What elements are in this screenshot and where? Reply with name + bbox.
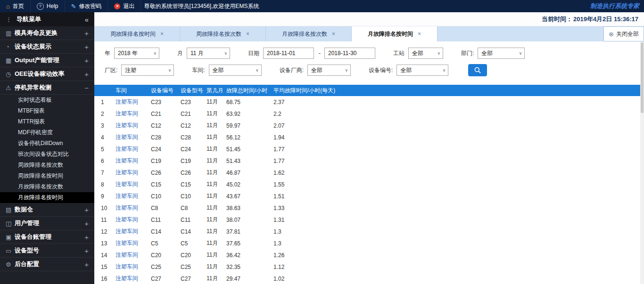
filter-plant-select[interactable]: 注塑∨ [121, 65, 174, 76]
sidebar-group[interactable]: ▣设备台账管理+ [0, 230, 94, 244]
cell-index: 9 [101, 193, 116, 200]
sidebar-item[interactable]: 周故障排名按时间 [0, 170, 94, 181]
filter-device-no-select[interactable]: 全部∨ [396, 65, 448, 76]
filter-station-select[interactable]: 全部∨ [408, 48, 443, 59]
cell-device-model: C27 [181, 276, 206, 282]
downtime-warning-icon: ⚠ [6, 84, 15, 91]
sidebar-group[interactable]: ◔设备状态展示+ [0, 40, 94, 54]
expand-icon[interactable]: + [84, 260, 89, 268]
cell-month: 11月 [206, 98, 226, 106]
filter-field-month: 月11 月∨ [177, 48, 230, 59]
cell-total-hours: 51.43 [226, 158, 273, 164]
table-header-cell: 车间 [116, 87, 151, 95]
sidebar-item[interactable]: MTBF报表 [0, 105, 94, 116]
table-header-cell: 设备编号 [151, 87, 181, 95]
tab-close-icon[interactable]: × [332, 31, 335, 37]
filter-field-department: 部门:全部∨ [461, 48, 525, 59]
expand-icon[interactable]: + [84, 219, 89, 227]
sidebar-group[interactable]: ⚠停机异常检测− [0, 81, 94, 95]
expand-icon[interactable]: + [84, 233, 89, 241]
filter-date-end-input[interactable]: 2018-11-30 [324, 48, 375, 59]
cell-device-no: C21 [151, 111, 181, 117]
topbar-home-button[interactable]: ⌂首页 [0, 0, 31, 12]
cell-device-no: C12 [151, 122, 181, 129]
filter-field-date-end: -2018-11-30 [319, 48, 375, 59]
output-capacity-icon: ▦ [6, 57, 15, 64]
cell-device-model: C12 [181, 122, 206, 129]
cell-total-hours: 37.81 [226, 228, 273, 235]
sidebar-item[interactable]: 月故障排名按次数 [0, 181, 94, 192]
sidebar-group[interactable]: ⚙后台配置+ [0, 258, 94, 271]
user-management-icon: ◫ [6, 220, 15, 227]
expand-icon[interactable]: + [84, 206, 89, 214]
cell-month: 11月 [206, 227, 226, 235]
sidebar-group[interactable]: ▦Output产能管理+ [0, 54, 94, 67]
cell-workshop: 注塑车间 [116, 122, 151, 130]
cell-device-model: C26 [181, 170, 206, 176]
tab-item[interactable]: 周故障排名按时间× [94, 26, 180, 41]
cell-month: 11月 [206, 275, 226, 283]
cell-workshop: 注塑车间 [116, 169, 151, 177]
sidebar-item[interactable]: 月故障排名按时间 [0, 192, 94, 203]
chevron-down-icon: ∨ [224, 51, 227, 56]
cell-device-model: C28 [181, 134, 206, 141]
tab-close-icon[interactable]: × [418, 31, 421, 37]
sidebar-group[interactable]: ▭设备型号+ [0, 244, 94, 258]
tab-item[interactable]: 周故障排名按次数× [180, 26, 266, 41]
tab-close-icon[interactable]: × [246, 31, 249, 37]
filter-vendor-select[interactable]: 全部∨ [307, 65, 351, 76]
sidebar-item[interactable]: MTTR报表 [0, 116, 94, 127]
collapse-icon[interactable]: − [84, 84, 89, 92]
close-all-button[interactable]: ⊗ 关闭全部 [603, 26, 644, 41]
expand-icon[interactable]: + [84, 247, 89, 255]
cell-device-no: C10 [151, 193, 181, 200]
sidebar-group-label: OEE设备稼动效率 [15, 70, 64, 78]
filter-year-select[interactable]: 2018 年∨ [114, 48, 159, 59]
cell-avg-hours: 1.77 [273, 158, 644, 164]
cell-index: 14 [101, 252, 116, 259]
sidebar-group[interactable]: ▤数据仓+ [0, 203, 94, 217]
sidebar-group-label: 后台配置 [15, 260, 39, 268]
cell-device-no: C26 [151, 170, 181, 176]
cell-device-model: C21 [181, 111, 206, 117]
cell-device-model: C10 [181, 193, 206, 200]
search-button[interactable] [468, 64, 487, 76]
scrollbar-thumb[interactable] [641, 42, 644, 113]
expand-icon[interactable]: + [84, 29, 89, 37]
tab-active[interactable]: 月故障排名按时间× [352, 26, 438, 41]
cell-avg-hours: 1.12 [273, 264, 644, 270]
cell-index: 10 [101, 205, 116, 211]
sidebar-group[interactable]: ◫用户管理+ [0, 217, 94, 230]
table-row: 12注塑车间C14C1411月37.811.3 [94, 226, 644, 237]
expand-icon[interactable]: + [84, 43, 89, 51]
sidebar-group-label: 数据仓 [15, 205, 33, 214]
cell-device-no: C8 [151, 205, 181, 211]
topbar-help-button[interactable]: ?Help [31, 0, 65, 12]
sidebar-item[interactable]: 设备停机DillDown [0, 138, 94, 149]
filter-date-start-input[interactable]: 2018-11-01 [263, 48, 314, 59]
sidebar-group[interactable]: ◷OEE设备稼动效率+ [0, 67, 94, 81]
tab-close-icon[interactable]: × [160, 31, 164, 37]
sidebar-collapse-icon[interactable]: « [85, 16, 89, 24]
cell-month: 11月 [206, 251, 226, 259]
tab-item[interactable]: 月故障排名按次数× [266, 26, 352, 41]
expand-icon[interactable]: + [84, 70, 89, 78]
sidebar-item[interactable]: 实时状态看板 [0, 95, 94, 105]
sidebar-item[interactable]: MDF停机密度 [0, 127, 94, 138]
table-row: 1注塑车间C23C2311月68.752.37 [94, 96, 644, 108]
table-row: 4注塑车间C28C2811月56.121.94 [94, 131, 644, 143]
sidebar-item[interactable]: 班次间设备状态对比 [0, 149, 94, 160]
sidebar-item[interactable]: 周故障排名按次数 [0, 160, 94, 170]
expand-icon[interactable]: + [84, 57, 89, 65]
filter-month-select[interactable]: 11 月∨ [187, 48, 230, 59]
vertical-scrollbar[interactable] [640, 41, 644, 284]
sidebar-group-label: 停机异常检测 [15, 83, 51, 92]
topbar-logout-button[interactable]: ×退出 [108, 0, 141, 12]
cell-workshop: 注塑车间 [116, 145, 151, 153]
filter-workshop-select[interactable]: 全部∨ [209, 65, 262, 76]
sidebar-group[interactable]: ▥模具寿命及更换+ [0, 26, 94, 40]
topbar-change-password-button[interactable]: ✎修改密码 [65, 0, 108, 12]
table-row: 16注塑车间C27C2711月29.471.02 [94, 273, 644, 284]
topbar: ⌂首页?Help✎修改密码×退出 尊敬的系统管理员[123456],欢迎使用EM… [0, 0, 644, 12]
filter-department-select[interactable]: 全部∨ [478, 48, 525, 59]
